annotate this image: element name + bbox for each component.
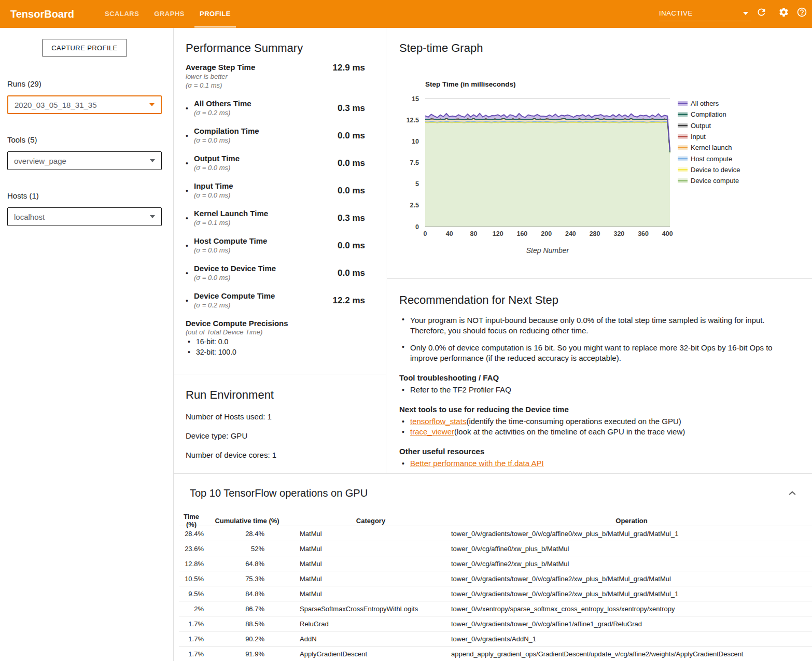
other-resources-title: Other useful resources	[399, 447, 796, 456]
faq-item: • Refer to the TF2 Profiler FAQ	[399, 385, 796, 395]
refresh-icon[interactable]	[756, 7, 767, 18]
svg-text:All others: All others	[691, 100, 719, 107]
svg-text:15: 15	[412, 95, 419, 103]
metric-label-block: Host Compute Time(σ = 0.0 ms)	[194, 236, 313, 255]
metric-label-block: Device to Device Time(σ = 0.0 ms)	[194, 264, 313, 282]
bullet-icon: •	[186, 347, 196, 357]
gear-icon[interactable]	[778, 7, 789, 18]
table-cell: MatMul	[290, 575, 451, 583]
metric-sigma: (σ = 0.1 ms)	[186, 81, 313, 90]
faq-item-text: Refer to the TF2 Profiler FAQ	[410, 385, 511, 395]
tab-scalars[interactable]: SCALARS	[105, 0, 139, 28]
svg-text:7.5: 7.5	[410, 159, 419, 166]
metric-label-block: All Others Time(σ = 0.2 ms)	[194, 99, 313, 117]
tool-link-item: •tensorflow_stats (identify the time-con…	[399, 416, 796, 427]
col-header-category: Category	[290, 517, 451, 525]
bullet-icon: •	[399, 416, 410, 427]
status-select[interactable]: INACTIVE	[659, 6, 751, 21]
runs-select[interactable]: 2020_03_05_18_31_35	[7, 95, 162, 114]
metric-label-block: Input Time(σ = 0.0 ms)	[194, 181, 313, 200]
metric-value: 12.9 ms	[313, 63, 365, 90]
nav-tabs: SCALARS GRAPHS PROFILE	[105, 0, 246, 28]
table-cell: 88.5%	[204, 620, 290, 628]
table-header-row: Time (%) Cumulative time (%) Category Op…	[179, 513, 812, 526]
col-header-cumulative: Cumulative time (%)	[204, 517, 290, 525]
metric-value: 0.0 ms	[313, 186, 365, 196]
chevron-up-icon[interactable]	[787, 488, 797, 499]
table-cell: 84.8%	[204, 590, 290, 598]
top-ops-title: Top 10 TensorFlow operations on GPU	[190, 487, 368, 499]
table-cell: ReluGrad	[290, 620, 451, 628]
help-icon[interactable]	[796, 7, 807, 18]
runs-select-value: 2020_03_05_18_31_35	[15, 101, 97, 109]
svg-text:280: 280	[590, 230, 600, 237]
precisions-title: Device Compute Precisions	[186, 319, 365, 328]
metric-sigma: (σ = 0.0 ms)	[194, 163, 313, 172]
table-cell: MatMul	[290, 560, 451, 568]
tools-select[interactable]: overview_page	[7, 151, 162, 170]
bullet-icon: •	[186, 336, 196, 347]
tab-graphs[interactable]: GRAPHS	[154, 0, 185, 28]
table-row: 23.6%52%MatMultower_0/v/cg/affine0/xw_pl…	[179, 541, 812, 556]
sidebar: CAPTURE PROFILE Runs (29) 2020_03_05_18_…	[0, 28, 174, 661]
other-resource-item: • Better performance with the tf.data AP…	[399, 458, 796, 469]
col-header-operation: Operation	[451, 517, 812, 525]
metric-label-block: Compilation Time(σ = 0.0 ms)	[194, 126, 313, 145]
table-cell: 91.9%	[204, 650, 290, 658]
tab-profile[interactable]: PROFILE	[200, 0, 231, 28]
perf-metric-row: •Input Time(σ = 0.0 ms)0.0 ms	[186, 181, 365, 200]
table-cell: 1.7%	[179, 650, 204, 658]
table-cell: tower_0/v/cg/affine2/xw_plus_b/MatMul	[451, 560, 812, 568]
metric-sigma: (σ = 0.0 ms)	[194, 273, 313, 282]
table-cell: 90.2%	[204, 635, 290, 643]
table-cell: tower_0/v/gradients/tower_0/v/cg/affine1…	[451, 620, 812, 628]
metric-value: 0.0 ms	[313, 131, 365, 141]
capture-profile-button[interactable]: CAPTURE PROFILE	[42, 39, 127, 57]
step-time-chart: 02.557.51012.515040801201602002402803203…	[394, 73, 812, 264]
table-cell: tower_0/v/cg/affine0/xw_plus_b/MatMul	[451, 545, 812, 553]
table-cell: MatMul	[290, 545, 451, 553]
run-environment-card: Run Environment Number of Hosts used: 1D…	[174, 375, 386, 459]
metric-label: Device to Device Time	[194, 264, 313, 273]
metric-label: Input Time	[194, 181, 313, 191]
metric-value: 0.0 ms	[313, 268, 365, 278]
svg-text:0: 0	[424, 230, 427, 237]
metric-sigma: (σ = 0.0 ms)	[194, 191, 313, 200]
metric-label-block: Kernel Launch Time(σ = 0.1 ms)	[194, 209, 313, 227]
table-cell: 12.8%	[179, 560, 204, 568]
top-ops-table: Time (%) Cumulative time (%) Category Op…	[179, 513, 812, 661]
right-column: Step-time Graph 02.557.51012.51504080120…	[387, 28, 812, 473]
table-cell: tower_0/v/gradients/tower_0/v/cg/affine2…	[451, 590, 812, 598]
svg-text:2.5: 2.5	[410, 202, 419, 209]
left-column: Performance Summary Average Step Time lo…	[174, 28, 386, 473]
metric-label: Kernel Launch Time	[194, 209, 313, 218]
recommendation-text: Your program is NOT input-bound because …	[410, 315, 796, 336]
metric-sigma: (σ = 0.2 ms)	[194, 108, 313, 117]
bullet-icon: •	[399, 385, 410, 395]
trace_viewer-link[interactable]: trace_viewer	[410, 427, 454, 437]
svg-text:Device compute: Device compute	[691, 177, 739, 185]
table-cell: 1.7%	[179, 635, 204, 643]
step-time-graph-card: Step-time Graph 02.557.51012.51504080120…	[387, 28, 812, 279]
table-cell: tower_0/v/xentropy/sparse_softmax_cross_…	[451, 605, 812, 613]
hosts-select[interactable]: localhost	[7, 207, 162, 226]
bullet-icon: •	[186, 159, 194, 167]
table-row: 9.5%84.8%MatMultower_0/v/gradients/tower…	[179, 586, 812, 601]
table-row: 12.8%64.8%MatMultower_0/v/cg/affine2/xw_…	[179, 556, 812, 571]
table-cell: MatMul	[290, 590, 451, 598]
recommendation-bullet: •Your program is NOT input-bound because…	[399, 315, 796, 336]
metric-label-block: Device Compute Time(σ = 0.2 ms)	[194, 291, 313, 310]
tfdata-api-link[interactable]: Better performance with the tf.data API	[410, 458, 544, 469]
table-cell: 2%	[179, 605, 204, 613]
table-cell: 52%	[204, 545, 290, 553]
recommendation-title: Recommendation for Next Step	[399, 293, 796, 307]
tool-link-item: •trace_viewer (look at the activities on…	[399, 427, 796, 437]
tensorflow_stats-link[interactable]: tensorflow_stats	[410, 416, 466, 427]
app-header: TensorBoard SCALARS GRAPHS PROFILE INACT…	[0, 0, 812, 28]
perf-metric-row: •Host Compute Time(σ = 0.0 ms)0.0 ms	[186, 236, 365, 255]
precision-item: •32-bit: 100.0	[186, 347, 365, 357]
metric-value: 0.0 ms	[313, 241, 365, 251]
table-cell: 64.8%	[204, 560, 290, 568]
svg-text:160: 160	[516, 230, 527, 237]
perf-metric-row: •Compilation Time(σ = 0.0 ms)0.0 ms	[186, 126, 365, 145]
